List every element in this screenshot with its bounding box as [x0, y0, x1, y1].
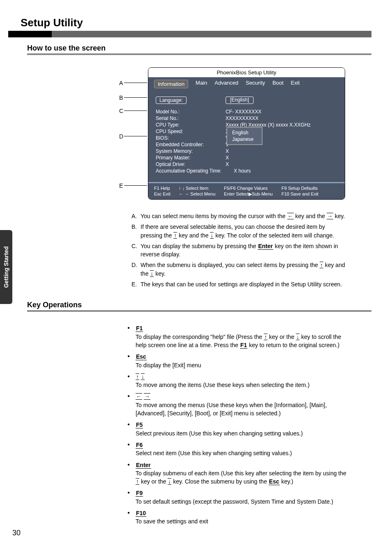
up-arrow-icon: ↑ — [173, 232, 177, 239]
op-f6: F6 Select next item (Use this key when c… — [127, 441, 351, 458]
section-key-ops: Key Operations — [27, 301, 371, 309]
op-esc: Esc To display the [Exit] menu — [127, 352, 351, 369]
tab-exit[interactable]: Exit — [291, 80, 300, 88]
f9-key: F9 — [136, 490, 143, 497]
language-value[interactable]: [English] — [226, 97, 254, 104]
op-leftright: ← → To move among the menus (Use these k… — [127, 392, 351, 417]
row-serial-k: Serial No.: — [156, 115, 226, 121]
row-cpuspeed-k: CPU Speed: — [156, 129, 226, 134]
desc-c-letter: C. — [131, 242, 141, 259]
bios-title: PhoenixBios Setup Utility — [148, 68, 345, 77]
side-tab-label: Getting Started — [3, 246, 9, 288]
description-list: A.You can select menu items by moving th… — [131, 212, 347, 288]
tab-boot[interactable]: Boot — [272, 80, 284, 88]
op-f10: F10 To save the settings and exit — [127, 509, 351, 526]
side-tab: Getting Started — [0, 230, 12, 304]
down-arrow-icon: ↓ — [168, 478, 171, 485]
section-rule-2 — [27, 310, 371, 312]
right-arrow-icon: → — [144, 393, 150, 400]
foot-f10: F10 Save and Exit — [281, 191, 335, 197]
down-arrow-icon: ↓ — [210, 232, 214, 239]
op-updown: ↑ ↓ To move among the items (Use these k… — [127, 373, 351, 389]
foot-f5f6: F5/F6 Change Values — [224, 186, 281, 191]
label-d: D — [119, 133, 123, 140]
foot-enter: Enter Select▶Sub-Menu — [224, 191, 281, 197]
row-ec-k: Embedded Controller: — [156, 142, 226, 147]
label-c: C — [119, 108, 123, 114]
label-a: A — [119, 80, 123, 86]
enter-key: Enter — [258, 243, 273, 250]
bios-tabs: Information Main Advanced Security Boot … — [148, 77, 345, 91]
bios-body: Language:[English] Model No.:CF- XXXXXXX… — [148, 91, 345, 182]
f5-key: F5 — [136, 421, 143, 428]
bios-diagram: A B C D E PhoenixBios Setup Utility Info… — [131, 67, 347, 200]
row-cputype-k: CPU Type: — [156, 122, 226, 128]
tab-information[interactable]: Information — [154, 80, 188, 88]
language-field[interactable]: Language: — [156, 97, 187, 104]
f1-key: F1 — [240, 342, 247, 349]
row-bios-k: BIOS: — [156, 135, 226, 141]
up-arrow-icon: ↑ — [320, 262, 323, 268]
esc-key: Esc — [269, 478, 280, 485]
op-f1: F1 To display the corresponding "help" f… — [127, 324, 351, 349]
desc-b-letter: B. — [131, 223, 141, 240]
row-pm-k: Primary Master: — [156, 155, 226, 161]
down-arrow-icon: ↓ — [141, 373, 145, 380]
desc-a: You can select menu items by moving the … — [141, 212, 345, 220]
up-arrow-icon: ↑ — [136, 373, 139, 380]
tab-main[interactable]: Main — [196, 80, 207, 88]
page-title: Setup Utility — [21, 16, 371, 29]
foot-esc: Esc Exit — [154, 191, 179, 197]
f6-key: F6 — [136, 442, 143, 449]
submenu-english[interactable]: English — [232, 129, 254, 136]
language-submenu: English Japanese — [226, 127, 263, 145]
bios-window: PhoenixBios Setup Utility Information Ma… — [148, 67, 345, 200]
desc-d-letter: D. — [131, 261, 141, 278]
title-rule — [8, 31, 371, 37]
key-operations-list: F1 To display the corresponding "help" f… — [127, 324, 351, 525]
row-od-k: Optical Drive: — [156, 161, 226, 167]
op-enter: Enter To display submenu of each item (U… — [127, 461, 351, 486]
row-serial-v: XXXXXXXXXX — [226, 115, 258, 121]
bios-footer: F1 Help ↑ ↓ Select Item F5/F6 Change Val… — [148, 182, 345, 199]
row-model-k: Model No.: — [156, 109, 226, 115]
section-rule — [27, 53, 371, 55]
foot-f1: F1 Help — [154, 186, 179, 191]
foot-lr: ← → Select Menu — [179, 191, 224, 197]
foot-updown: ↑ ↓ Select Item — [179, 186, 224, 191]
label-b: B — [119, 94, 123, 101]
desc-d: When the submenu is displayed, you can s… — [141, 261, 347, 278]
desc-c: You can display the submenu by pressing … — [141, 242, 347, 259]
f1-key: F1 — [136, 325, 143, 332]
op-f5: F5 Select previous item (Use this key wh… — [127, 421, 351, 438]
page-number: 30 — [12, 529, 21, 537]
label-e: E — [119, 182, 123, 189]
row-mem-v: X — [226, 148, 229, 154]
down-arrow-icon: ↓ — [150, 270, 154, 277]
submenu-japanese[interactable]: Japanese — [232, 136, 254, 143]
f10-key: F10 — [136, 510, 146, 517]
desc-e: The keys that can be used for settings a… — [141, 280, 342, 288]
desc-e-letter: E. — [131, 280, 141, 288]
desc-b: If there are several selectable items, y… — [141, 223, 347, 240]
down-arrow-icon: ↓ — [296, 334, 300, 340]
op-f9: F9 To set default settings (except the p… — [127, 489, 351, 506]
tab-advanced[interactable]: Advanced — [214, 80, 238, 88]
desc-a-letter: A. — [131, 212, 141, 220]
row-mem-k: System Memory: — [156, 148, 226, 154]
tab-security[interactable]: Security — [246, 80, 265, 88]
section-how-to: How to use the screen — [27, 44, 371, 53]
row-aot-k: Accumulative Operating Time: — [156, 168, 234, 174]
row-pm-v: X — [226, 155, 229, 161]
left-arrow-icon: ← — [136, 393, 142, 400]
enter-key: Enter — [136, 462, 151, 469]
row-model-v: CF- XXXXXXXX — [226, 109, 261, 115]
up-arrow-icon: ↑ — [264, 334, 267, 340]
esc-key: Esc — [136, 353, 147, 360]
up-arrow-icon: ↑ — [136, 478, 139, 485]
row-od-v: X — [226, 161, 229, 167]
row-aot-v: X hours — [234, 168, 251, 174]
right-arrow-icon: → — [327, 213, 333, 219]
foot-f9: F9 Setup Defaults — [281, 186, 335, 191]
left-arrow-icon: ← — [287, 213, 294, 219]
